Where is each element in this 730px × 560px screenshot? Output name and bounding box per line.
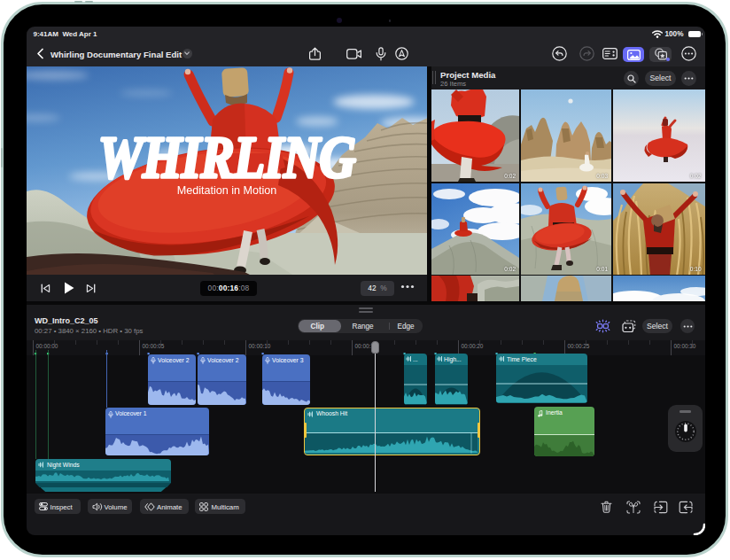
svg-text:WHIRLING: WHIRLING [97, 124, 355, 191]
svg-text:00:00:30: 00:00:30 [673, 343, 695, 349]
svg-text:00:00:00: 00:00:00 [35, 343, 58, 349]
svg-text:00:00:25: 00:00:25 [567, 343, 589, 349]
svg-text:00:00:10: 00:00:10 [248, 343, 270, 349]
svg-text:00:00:05: 00:00:05 [142, 343, 164, 349]
svg-text:Meditation in Motion: Meditation in Motion [176, 184, 276, 197]
svg-text:00:00:20: 00:00:20 [461, 343, 483, 349]
